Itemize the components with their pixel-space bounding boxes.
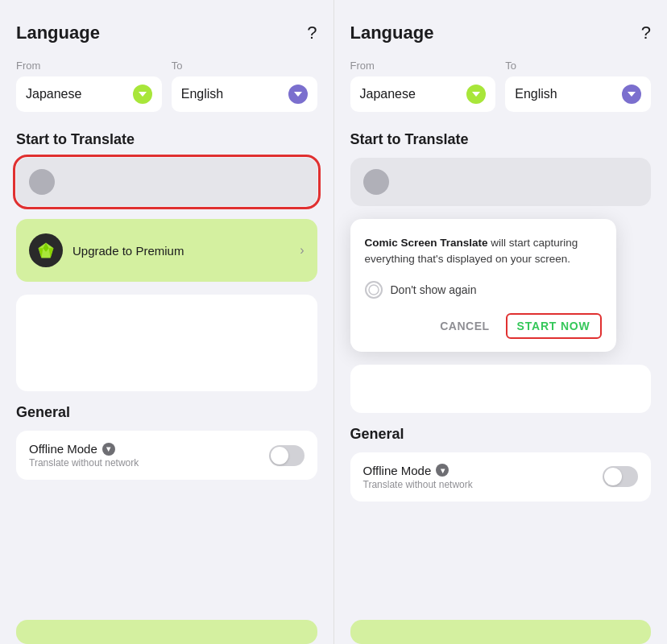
left-offline-toggle[interactable] [269,445,304,466]
left-panel: Language ? From Japanese To English [0,0,334,644]
left-to-label: To [172,60,317,72]
left-to-group: To English [172,60,317,112]
right-to-dropdown-purple[interactable] [622,85,641,104]
left-spacer [16,295,317,391]
right-from-label: From [350,60,496,72]
right-general-section: General Offline Mode ▾ Translate without… [350,426,652,502]
left-help-icon[interactable]: ? [307,23,317,43]
left-offline-row: Offline Mode ▾ Translate without network [16,431,317,480]
left-offline-title: Offline Mode [29,442,97,456]
left-lang-row: From Japanese To English [16,60,317,112]
confirm-dialog: Comic Screen Translate will start captur… [350,219,616,352]
dialog-checkbox-row: Don't show again [365,281,602,299]
cancel-button[interactable]: CANCEL [440,320,489,332]
right-to-chevron-icon [628,92,636,97]
dialog-actions: CANCEL START NOW [365,313,602,339]
right-help-icon[interactable]: ? [641,23,651,43]
diamond-icon [29,233,63,267]
right-translate-section-title: Start to Translate [350,131,652,148]
right-from-dropdown-green[interactable] [466,85,486,104]
svg-point-4 [369,285,379,295]
right-to-select[interactable]: English [505,76,651,112]
left-from-label: From [16,60,162,72]
right-from-group: From Japanese [350,60,496,112]
left-to-select[interactable]: English [172,76,317,112]
right-to-group: To English [505,60,651,112]
left-offline-left: Offline Mode ▾ Translate without network [29,442,139,469]
right-toggle-circle-icon [363,169,389,195]
left-language-section: From Japanese To English [16,60,317,112]
left-translate-toggle[interactable] [16,158,317,206]
left-from-chevron-icon [139,92,147,97]
left-toggle-circle-icon [29,169,55,195]
right-lang-row: From Japanese To English [350,60,652,112]
right-to-label: To [505,60,651,72]
left-translate-section-title: Start to Translate [16,131,317,148]
right-to-value: English [515,87,557,101]
left-general-title: General [16,404,317,421]
left-header: Language ? [16,23,317,43]
right-title: Language [350,23,434,43]
right-from-select[interactable]: Japanese [350,76,496,112]
left-title: Language [16,23,100,43]
right-language-section: From Japanese To English [350,60,652,112]
left-offline-title-row: Offline Mode ▾ [29,442,139,456]
dont-show-label: Don't show again [391,283,477,296]
dialog-message-bold: Comic Screen Translate [365,237,488,249]
left-from-select[interactable]: Japanese [16,76,162,112]
upgrade-chevron-icon: › [300,243,304,258]
right-offline-info-icon: ▾ [436,464,449,477]
left-offline-sub: Translate without network [29,457,139,469]
upgrade-left: Upgrade to Premium [29,233,184,267]
right-offline-row: Offline Mode ▾ Translate without network [350,452,652,502]
right-offline-left: Offline Mode ▾ Translate without network [363,464,473,490]
left-bottom-green [16,620,317,644]
left-general-section: General Offline Mode ▾ Translate without… [16,404,317,480]
right-bottom-green [350,620,652,644]
left-from-dropdown-green[interactable] [133,85,152,104]
upgrade-text: Upgrade to Premium [72,244,184,258]
left-to-value: English [181,87,223,101]
dialog-message: Comic Screen Translate will start captur… [365,235,602,268]
left-from-value: Japanese [26,87,81,101]
dont-show-checkbox[interactable] [365,281,383,299]
right-offline-title: Offline Mode [363,464,432,477]
upgrade-banner[interactable]: Upgrade to Premium › [16,219,317,282]
right-offline-sub: Translate without network [363,479,473,490]
right-panel: Language ? From Japanese To English [334,0,668,644]
right-general-title: General [350,426,652,443]
right-offline-toggle[interactable] [603,466,638,487]
left-offline-info-icon: ▾ [102,443,115,456]
right-spacer [350,365,652,413]
right-offline-title-row: Offline Mode ▾ [363,464,473,477]
right-from-value: Japanese [360,87,416,101]
left-from-group: From Japanese [16,60,162,112]
start-now-button[interactable]: START NOW [506,313,602,339]
right-translate-toggle[interactable] [350,158,652,206]
left-to-chevron-icon [294,92,302,97]
right-from-chevron-icon [472,92,480,97]
right-header: Language ? [350,23,652,43]
left-to-dropdown-purple[interactable] [288,85,308,104]
